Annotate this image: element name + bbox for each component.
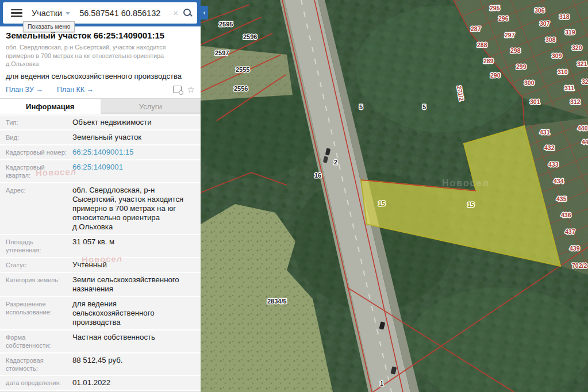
- map-parcel-label: 299: [516, 63, 526, 70]
- map-parcel-label: 702/2: [572, 262, 587, 269]
- map-parcel-label: 2555: [236, 66, 249, 73]
- map-parcel-label: 2834/5: [267, 298, 287, 305]
- map-parcel-label: 289: [483, 57, 494, 64]
- info-row: дата определения:01.01.2022: [0, 376, 201, 390]
- row-label: Адрес:: [6, 186, 68, 232]
- map-parcel-label: 2597: [215, 49, 229, 56]
- parcel-address-subtitle: обл. Свердловская, р-н Сысертский, участ…: [6, 43, 190, 68]
- map-parcel-label: 16: [314, 172, 321, 179]
- map-parcel-label: 15: [467, 201, 474, 208]
- row-label: Вид:: [6, 133, 68, 142]
- row-value: 88 512,45 руб.: [68, 356, 196, 373]
- row-value: обл. Свердловская, р-н Сысертский, участ…: [68, 186, 196, 232]
- parcel-usage-text: для ведения сельскохозяйственного произв…: [6, 72, 195, 80]
- info-row: Кадастровая стоимость:88 512,45 руб.: [0, 353, 201, 375]
- map-parcel-label: 432: [544, 144, 555, 151]
- row-value-link[interactable]: 66:25:1409001: [68, 163, 196, 180]
- cadastral-map-app: Участки × Показать меню Земельный участо…: [0, 0, 588, 392]
- row-value: 01.01.2022: [68, 378, 196, 387]
- search-category-select[interactable]: Участки: [32, 9, 70, 18]
- row-value: Объект недвижимости: [68, 118, 196, 127]
- info-row: Форма собственности:Частная собственност…: [0, 330, 201, 352]
- map-parcel-label: 431: [540, 129, 550, 136]
- map-parcel-label: 288: [477, 41, 487, 48]
- search-bar: Участки ×: [3, 2, 197, 24]
- map-parcel-label: 300: [524, 79, 535, 86]
- clear-search-icon[interactable]: ×: [173, 8, 178, 18]
- map-parcel-label: 318: [559, 13, 570, 20]
- info-row: Категория земель:Земли сельскохозяйствен…: [0, 273, 201, 296]
- row-value: Учтенный: [68, 260, 196, 270]
- map-parcel-label: 310: [558, 68, 568, 75]
- map-parcel-label: 296: [498, 15, 509, 22]
- plan-zu-link[interactable]: План ЗУ →: [6, 86, 43, 94]
- tab-services[interactable]: Услуги: [101, 99, 201, 114]
- map-parcel-label: 5: [359, 103, 363, 110]
- tab-information[interactable]: Информация: [0, 99, 101, 114]
- map-parcel-label: 2556: [234, 85, 248, 92]
- search-icon[interactable]: [183, 8, 193, 18]
- search-bar-container: Участки × Показать меню: [0, 0, 201, 26]
- row-value: 31 057 кв. м: [68, 237, 196, 255]
- info-row: Статус:Учтенный: [0, 258, 201, 272]
- info-row: Кадастровый квартал:66:25:1409001: [0, 160, 201, 182]
- map-parcel-label: 320: [572, 44, 582, 51]
- parcel-header: Земельный участок 66:25:1409001:15 обл. …: [0, 26, 201, 98]
- map-parcel-label: 15: [378, 200, 385, 207]
- map-parcel-label: 2: [334, 159, 337, 166]
- map-parcel-label: 298: [510, 47, 521, 54]
- plan-kk-link[interactable]: План КК →: [57, 86, 94, 94]
- info-row: Вид:Земельный участок: [0, 130, 201, 144]
- row-value: Земли сельскохозяйственного назначения: [68, 275, 196, 294]
- collapse-panel-button[interactable]: ‹: [201, 6, 208, 20]
- map-parcel-label: 307: [540, 20, 550, 27]
- map-parcel-label: 308: [545, 36, 556, 43]
- row-value-link[interactable]: 66:25:1409001:15: [68, 148, 196, 157]
- map-parcel-label: 2596: [243, 33, 257, 40]
- map-parcel-label: 309: [552, 52, 562, 59]
- info-row: Тип:Объект недвижимости: [0, 116, 201, 129]
- map-parcel-label: 439: [570, 245, 580, 252]
- plan-links-row: План ЗУ → План КК → ☆: [6, 85, 195, 98]
- map-parcel-label: 290: [490, 72, 501, 79]
- row-label: Категория земель:: [6, 275, 68, 294]
- map-parcel-label: 433: [548, 161, 559, 168]
- map-parcel-label: 306: [535, 7, 545, 14]
- map-parcel-label: 437: [565, 228, 575, 235]
- row-label: Площадь уточненная:: [6, 237, 68, 255]
- info-row: Разрешенное использование:для ведения се…: [0, 297, 201, 329]
- map-parcel-label: 440: [578, 125, 588, 132]
- map-parcel-label: 312: [570, 98, 581, 105]
- search-category-label: Участки: [32, 9, 62, 18]
- row-label: Кадастровая стоимость:: [6, 356, 68, 373]
- preview-search-icon[interactable]: [173, 86, 182, 93]
- info-panel: Участки × Показать меню Земельный участо…: [0, 0, 201, 392]
- info-rows: Новосел Новосел Тип:Объект недвижимостиВ…: [0, 114, 201, 392]
- info-row: Площадь уточненная:31 057 кв. м: [0, 235, 201, 257]
- map-parcel-label: 297: [505, 32, 515, 39]
- info-row: Кадастровый номер:66:25:1409001:15: [0, 145, 201, 159]
- row-label: Кадастровый квартал:: [6, 163, 68, 180]
- map-parcel-label: 322: [582, 78, 588, 85]
- map-parcel-label: 319: [565, 29, 575, 36]
- row-label: Статус:: [6, 260, 68, 270]
- row-label: дата определения:: [6, 378, 68, 387]
- map-parcel-label: 5: [422, 103, 426, 110]
- favorite-star-icon[interactable]: ☆: [187, 85, 195, 94]
- menu-icon[interactable]: [11, 9, 22, 17]
- map-canvas: 259525962597255525562834/555216115152953…: [201, 0, 588, 392]
- row-value: для ведения сельскохозяйственного произв…: [68, 299, 196, 327]
- map-parcel-label: 311: [564, 84, 574, 91]
- row-label: Форма собственности:: [6, 333, 68, 350]
- info-row: Адрес:обл. Свердловская, р-н Сысертский,…: [0, 183, 201, 234]
- map-parcel-label: 434: [554, 178, 564, 185]
- row-label: Разрешенное использование:: [6, 299, 68, 327]
- search-input[interactable]: [78, 8, 168, 18]
- tab-bar: Информация Услуги: [0, 98, 201, 114]
- chevron-down-icon: [66, 12, 70, 15]
- map-parcel-label: 2595: [219, 21, 233, 28]
- row-value: Частная собственность: [68, 333, 196, 350]
- map-viewport[interactable]: 259525962597255525562834/555216115152953…: [201, 0, 588, 392]
- map-parcel-label: 295: [490, 5, 500, 11]
- menu-tooltip: Показать меню: [23, 21, 75, 32]
